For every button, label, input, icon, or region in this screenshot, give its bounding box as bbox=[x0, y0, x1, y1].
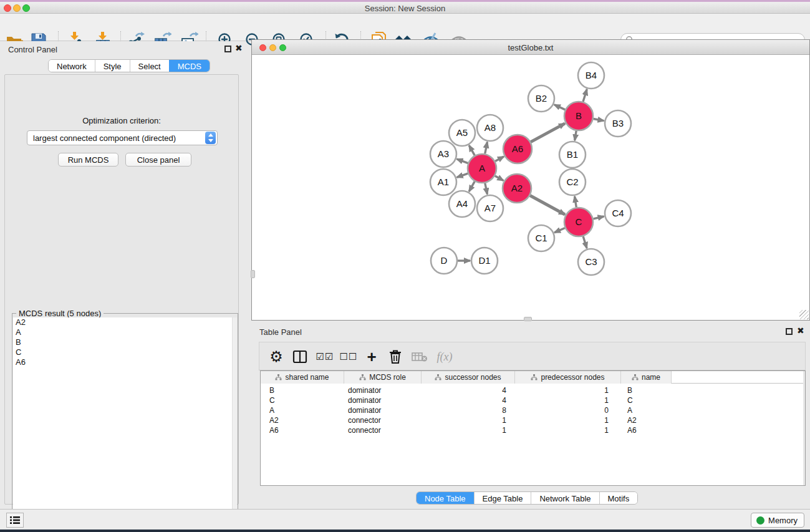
node-label-D: D bbox=[441, 255, 448, 266]
cell-shared-name[interactable]: A2 bbox=[261, 415, 344, 425]
float-panel-icon[interactable] bbox=[786, 328, 793, 335]
task-history-button[interactable] bbox=[6, 513, 24, 528]
criterion-value: largest connected component (directed) bbox=[27, 133, 205, 143]
edge-A-A1[interactable] bbox=[457, 173, 468, 177]
cell-shared-name[interactable]: A bbox=[261, 405, 344, 415]
tab-edge-table[interactable]: Edge Table bbox=[474, 492, 531, 504]
cell-name[interactable]: C bbox=[621, 395, 672, 405]
add-column-icon[interactable]: + bbox=[361, 346, 382, 367]
column-header-name[interactable]: name bbox=[621, 371, 672, 384]
cell-predecessor-nodes[interactable]: 0 bbox=[515, 405, 621, 415]
delete-column-trash-icon[interactable] bbox=[385, 346, 406, 367]
float-panel-icon[interactable] bbox=[224, 46, 231, 52]
cell-MCDS-role[interactable]: connector bbox=[344, 415, 422, 425]
table-scrollbar[interactable] bbox=[803, 371, 805, 485]
cell-MCDS-role[interactable]: dominator bbox=[344, 385, 422, 395]
mcds-result-list[interactable]: A2ABCA6 bbox=[13, 317, 237, 527]
table-row-A2[interactable]: A2connector11A2 bbox=[261, 415, 805, 425]
edge-A-A3[interactable] bbox=[457, 159, 468, 163]
edge-A-A2[interactable] bbox=[495, 176, 503, 181]
column-header-shared-name[interactable]: shared name bbox=[261, 371, 344, 384]
close-panel-icon[interactable]: ✖ bbox=[797, 326, 804, 336]
cell-shared-name[interactable]: A6 bbox=[261, 425, 344, 435]
tab-network[interactable]: Network bbox=[49, 60, 95, 72]
desktop-edge bbox=[0, 530, 810, 532]
splitter-handle-left[interactable] bbox=[251, 270, 255, 278]
cell-shared-name[interactable]: B bbox=[261, 385, 344, 395]
window-resize-grip[interactable] bbox=[799, 310, 809, 319]
edge-C-C1[interactable] bbox=[554, 228, 565, 233]
memory-status-icon bbox=[756, 516, 764, 525]
cell-predecessor-nodes[interactable]: 1 bbox=[515, 385, 621, 395]
table-row-C[interactable]: Cdominator41C bbox=[261, 395, 805, 405]
cell-successor-nodes[interactable]: 1 bbox=[422, 415, 515, 425]
column-settings-gear-icon[interactable]: ⚙ bbox=[266, 346, 287, 367]
tab-select[interactable]: Select bbox=[130, 60, 169, 72]
delete-table-icon[interactable] bbox=[409, 346, 430, 367]
cell-name[interactable]: A bbox=[621, 405, 672, 415]
run-mcds-button[interactable]: Run MCDS bbox=[58, 153, 118, 167]
edge-B-B4[interactable] bbox=[583, 89, 587, 102]
tab-mcds[interactable]: MCDS bbox=[169, 60, 210, 72]
cell-successor-nodes[interactable]: 4 bbox=[422, 385, 515, 395]
memory-button[interactable]: Memory bbox=[751, 513, 804, 528]
node-label-C4: C4 bbox=[612, 208, 624, 218]
list-scrollbar[interactable] bbox=[232, 317, 237, 527]
edge-A-A5[interactable] bbox=[469, 145, 475, 155]
edge-A-A7[interactable] bbox=[485, 183, 488, 195]
cell-shared-name[interactable]: C bbox=[261, 395, 344, 405]
edge-A-A8[interactable] bbox=[485, 142, 488, 154]
edge-C-C2[interactable] bbox=[575, 196, 577, 208]
mcds-result-item[interactable]: B bbox=[13, 337, 237, 347]
splitter-handle-bottom[interactable] bbox=[524, 317, 532, 321]
cell-MCDS-role[interactable]: connector bbox=[344, 425, 422, 435]
table-row-A[interactable]: Adominator80A bbox=[261, 405, 805, 415]
edge-C-C3[interactable] bbox=[583, 236, 587, 248]
edge-A-A4[interactable] bbox=[469, 181, 475, 191]
cell-name[interactable]: A2 bbox=[621, 415, 672, 425]
select-all-icon[interactable]: ☑☑ bbox=[314, 346, 335, 367]
mcds-result-item[interactable]: A bbox=[13, 327, 237, 337]
deselect-all-icon[interactable]: ☐☐ bbox=[338, 346, 359, 367]
edge-A2-C[interactable] bbox=[530, 195, 565, 215]
edge-B-B2[interactable] bbox=[554, 105, 565, 110]
cell-predecessor-nodes[interactable]: 1 bbox=[515, 395, 621, 405]
tab-motifs[interactable]: Motifs bbox=[599, 492, 638, 504]
cell-successor-nodes[interactable]: 4 bbox=[422, 395, 515, 405]
cell-successor-nodes[interactable]: 8 bbox=[422, 405, 515, 415]
tab-style[interactable]: Style bbox=[95, 60, 130, 72]
node-label-A7: A7 bbox=[485, 203, 496, 213]
node-label-D1: D1 bbox=[478, 255, 490, 266]
tab-network-table[interactable]: Network Table bbox=[531, 492, 599, 504]
edge-A-A6[interactable] bbox=[495, 157, 504, 162]
cell-name[interactable]: B bbox=[621, 385, 672, 395]
cell-name[interactable]: A6 bbox=[621, 425, 672, 435]
network-window-titlebar[interactable]: testGlobe.txt bbox=[252, 40, 809, 55]
edge-B-B3[interactable] bbox=[594, 118, 604, 120]
edge-A6-B[interactable] bbox=[531, 123, 565, 142]
close-panel-button[interactable]: Close panel bbox=[125, 153, 191, 167]
show-column-icon[interactable] bbox=[289, 346, 311, 367]
cell-predecessor-nodes[interactable]: 1 bbox=[515, 415, 621, 425]
tab-node-table[interactable]: Node Table bbox=[417, 492, 474, 504]
table-row-B[interactable]: Bdominator41B bbox=[261, 385, 805, 395]
cell-MCDS-role[interactable]: dominator bbox=[344, 395, 422, 405]
function-builder-fx-icon[interactable]: f(x) bbox=[434, 346, 455, 367]
cell-predecessor-nodes[interactable]: 1 bbox=[515, 425, 621, 435]
mcds-result-item[interactable]: A2 bbox=[13, 317, 237, 327]
network-graph-canvas[interactable]: B4B2BB3A8A5A6A3B1AA1C2A2A4A7C4CC1DD1C3 bbox=[252, 55, 809, 320]
mcds-result-item[interactable]: C bbox=[13, 347, 237, 357]
cell-successor-nodes[interactable]: 1 bbox=[422, 425, 515, 435]
edge-C-C4[interactable] bbox=[593, 216, 604, 219]
close-panel-icon[interactable]: ✖ bbox=[235, 43, 243, 53]
edge-B-B1[interactable] bbox=[575, 131, 577, 141]
criterion-dropdown[interactable]: largest connected component (directed) bbox=[27, 130, 218, 145]
node-table[interactable]: shared nameMCDS rolesuccessor nodesprede… bbox=[260, 370, 806, 486]
cell-MCDS-role[interactable]: dominator bbox=[344, 405, 422, 415]
column-header-MCDS-role[interactable]: MCDS role bbox=[344, 371, 422, 384]
mcds-result-item[interactable]: A6 bbox=[13, 357, 237, 367]
column-header-predecessor-nodes[interactable]: predecessor nodes bbox=[515, 371, 621, 384]
control-panel: Control Panel ✖ NetworkStyleSelectMCDS O… bbox=[0, 41, 243, 509]
table-row-A6[interactable]: A6connector11A6 bbox=[261, 425, 805, 435]
column-header-successor-nodes[interactable]: successor nodes bbox=[422, 371, 515, 384]
